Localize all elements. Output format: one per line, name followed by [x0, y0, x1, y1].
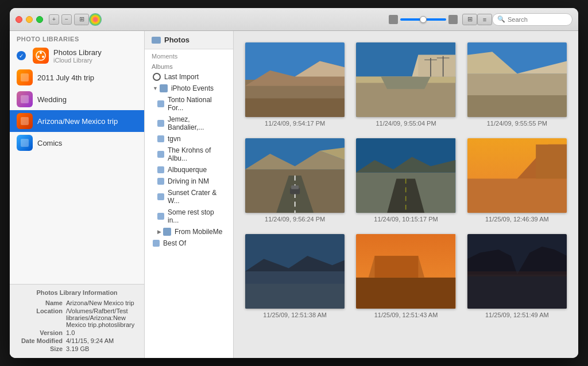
main-window: + − ⊞ ⊞ ≡ 🔍 Photo Libraries ✓	[10, 8, 578, 358]
photos-library-subtitle: iCloud Library	[53, 57, 137, 64]
svg-point-1	[40, 52, 42, 54]
library-info-panel: Photos Library Information Name Arizona/…	[10, 284, 144, 358]
mobileme-icon	[163, 228, 171, 236]
lib-info-name-label: Name	[17, 299, 63, 306]
sidebar-item-arizona[interactable]: Arizona/New Mexico trip	[10, 110, 144, 132]
svg-rect-45	[536, 145, 567, 179]
sidebar-item-comics[interactable]: Comics	[10, 132, 144, 154]
photo-thumb-2[interactable]	[467, 42, 567, 117]
album-item-mobileme[interactable]: ▶ From MobileMe	[145, 226, 233, 237]
album-item-albuquerque[interactable]: Albuquerque	[145, 164, 233, 176]
album-item-iphoto-events[interactable]: ▼ iPhoto Events	[145, 83, 233, 94]
zoom-slider[interactable]	[400, 18, 446, 21]
remove-button[interactable]: −	[61, 14, 72, 25]
sidebar-item-wedding[interactable]: Wedding	[10, 88, 144, 110]
album-item-driving[interactable]: Driving in NM	[145, 176, 233, 187]
photo-cell-7[interactable]: 11/25/09, 12:51:43 AM	[356, 234, 455, 318]
albuquerque-icon	[157, 166, 164, 173]
album-item-tonto[interactable]: Tonto National For...	[145, 94, 233, 114]
photo-thumb-0[interactable]	[245, 42, 345, 117]
album-item-sunset[interactable]: Sunset Crater & W...	[145, 187, 233, 207]
lib-info-location-value: /Volumes/Rafbert/Test libraries/Arizona:…	[66, 307, 137, 328]
zoom-slider-container	[389, 15, 458, 24]
photo-cell-3[interactable]: 11/24/09, 9:56:24 PM	[245, 138, 345, 223]
photo-thumb-8[interactable]	[467, 234, 567, 309]
album-item-jemez[interactable]: Jemez, Bandalier,...	[145, 114, 233, 133]
lib-info-version-label: Version	[17, 329, 63, 336]
driving-icon	[157, 178, 164, 185]
search-input[interactable]	[508, 16, 567, 23]
photo-timestamp-1: 11/24/09, 9:55:04 PM	[376, 120, 436, 127]
close-button[interactable]	[16, 16, 22, 23]
slider-thumb[interactable]	[420, 16, 427, 23]
minimize-button[interactable]	[26, 16, 33, 23]
search-icon: 🔍	[497, 15, 505, 23]
photos-area: 11/24/09, 9:54:17 PM	[234, 31, 578, 358]
driving-label: Driving in NM	[168, 177, 209, 185]
lib-info-name-row: Name Arizona/New Mexico trip	[17, 299, 137, 306]
rest-stop-icon	[157, 213, 164, 220]
photos-library-text: Photos Library iCloud Library	[53, 48, 137, 64]
photo-thumb-6[interactable]	[245, 234, 345, 309]
photo-thumb-1[interactable]	[356, 42, 455, 117]
photo-thumb-4[interactable]	[356, 138, 455, 213]
photos-library-icon	[33, 48, 49, 64]
photo-timestamp-8: 11/25/09, 12:51:49 AM	[485, 312, 549, 318]
albums-header-title: Photos	[164, 36, 189, 44]
lib-info-location-row: Location /Volumes/Rafbert/Test libraries…	[17, 307, 137, 328]
sidebar-item-photos-library[interactable]: ✓ Photos Library iCloud Library	[10, 45, 144, 67]
photos-grid: 11/24/09, 9:54:17 PM	[245, 42, 567, 318]
best-of-label: Best Of	[163, 239, 186, 247]
photo-timestamp-3: 11/24/09, 9:56:24 PM	[265, 216, 325, 223]
photo-thumb-3[interactable]	[245, 138, 345, 213]
rest-stop-label: Some rest stop in...	[168, 208, 226, 224]
comics-icon	[17, 135, 33, 151]
album-item-rest-stop[interactable]: Some rest stop in...	[145, 207, 233, 226]
lib-info-date-row: Date Modified 4/11/15, 9:24 AM	[17, 337, 137, 344]
mobileme-label: From MobileMe	[175, 228, 222, 236]
sidebar-header: Photo Libraries	[10, 31, 144, 45]
photo-cell-0[interactable]: 11/24/09, 9:54:17 PM	[245, 42, 345, 127]
svg-rect-48	[245, 271, 345, 284]
album-item-krohns[interactable]: The Krohns of Albu...	[145, 145, 233, 164]
jemez-label: Jemez, Bandalier,...	[168, 115, 226, 131]
albuquerque-label: Albuquerque	[168, 166, 207, 174]
album-item-tgvn[interactable]: tgvn	[145, 133, 233, 145]
lib-info-size-label: Size	[17, 345, 63, 352]
check-icon: ✓	[17, 51, 26, 60]
add-button[interactable]: +	[49, 14, 59, 25]
jemez-icon	[157, 120, 164, 127]
comics-title: Comics	[37, 139, 62, 147]
photo-thumb-7[interactable]	[356, 234, 455, 309]
svg-rect-4	[21, 73, 29, 81]
grid-view-toggle[interactable]: ⊞	[462, 14, 477, 25]
svg-rect-27	[467, 95, 567, 117]
last-import-icon	[153, 73, 161, 81]
photo-timestamp-0: 11/24/09, 9:54:17 PM	[265, 120, 325, 127]
lib-info-size-value: 3.19 GB	[66, 345, 89, 352]
svg-rect-6	[21, 117, 29, 125]
photos-app-icon	[89, 13, 102, 26]
arizona-icon	[17, 113, 33, 129]
album-item-last-import[interactable]: Last Import	[145, 71, 233, 83]
svg-rect-42	[467, 178, 567, 213]
album-item-best-of[interactable]: Best Of	[145, 237, 233, 249]
wedding-title: Wedding	[37, 95, 67, 104]
svg-rect-51	[356, 278, 455, 309]
sunset-label: Sunset Crater & W...	[168, 189, 226, 205]
photo-thumb-5[interactable]	[467, 138, 567, 213]
photo-cell-5[interactable]: 11/25/09, 12:46:39 AM	[467, 138, 567, 223]
search-box[interactable]: 🔍	[492, 13, 572, 26]
svg-point-2	[42, 56, 44, 58]
sidebar-item-july[interactable]: 2011 July 4th trip	[10, 67, 144, 88]
list-view-toggle[interactable]: ≡	[477, 14, 492, 25]
photo-cell-2[interactable]: 11/24/09, 9:55:55 PM	[467, 42, 567, 127]
lib-info-date-label: Date Modified	[17, 337, 63, 344]
photo-cell-4[interactable]: 11/24/09, 10:15:17 PM	[356, 138, 455, 223]
photo-cell-6[interactable]: 11/25/09, 12:51:38 AM	[245, 234, 345, 318]
photo-cell-1[interactable]: 11/24/09, 9:55:04 PM	[356, 42, 455, 127]
photo-cell-8[interactable]: 11/25/09, 12:51:49 AM	[467, 234, 567, 318]
lib-info-version-row: Version 1.0	[17, 329, 137, 336]
grid-view-button[interactable]: ⊞	[74, 14, 89, 25]
maximize-button[interactable]	[36, 16, 43, 23]
